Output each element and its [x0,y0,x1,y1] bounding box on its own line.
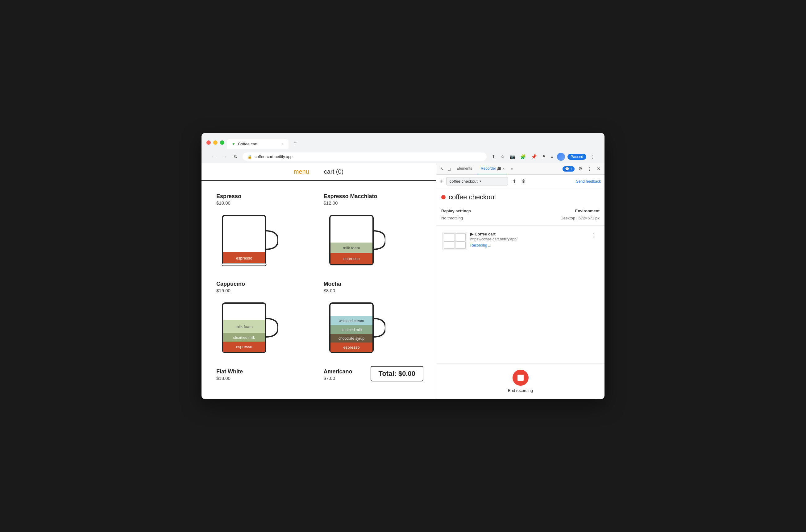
coffee-price-espresso: $10.00 [216,200,231,206]
address-lock-icon: 🔒 [248,155,252,159]
recording-entry: ▶ Coffee cart https://coffee-cart.netlif… [440,229,601,253]
chrome-omnibar: ← → ↻ 🔒 coffee-cart.netlify.app ⬆ ☆ 📷 🧩 … [207,151,599,163]
coffee-name-cappucino: Cappucino [216,281,245,287]
devtools-chat-count: 1 [570,167,572,171]
devtools-right-icons: 💬 1 ⚙ ⋮ ✕ [562,165,602,173]
devtools-panel: ↖ □ Elements Recorder 🎥 × » 💬 1 ⚙ ⋮ ✕ [436,163,604,399]
recording-info: ▶ Coffee cart https://coffee-cart.netlif… [470,232,586,247]
puzzle-btn[interactable]: 📌 [530,153,538,161]
recorder-add-btn[interactable]: + [440,178,444,185]
svg-text:whipped cream: whipped cream [339,319,364,323]
mug-macchiato[interactable]: milk foam espresso [324,209,385,271]
nav-back-btn[interactable]: ← [210,153,217,161]
svg-text:espresso: espresso [236,256,252,261]
svg-text:steamed milk: steamed milk [340,328,363,332]
chrome-tabs-row: ▼ Coffee cart × + [227,137,301,149]
devtools-close-btn[interactable]: ✕ [596,165,602,173]
mug-cappucino[interactable]: milk foam steamed milk espresso [216,297,278,359]
share-btn[interactable]: ⬆ [490,153,497,161]
no-throttling-value: No throttling [441,216,519,220]
coffee-name-macchiato: Espresso Macchiato [324,193,377,200]
avatar[interactable] [557,153,565,161]
coffee-item-cappucino: Cappucino $19.00 milk foam steamed milk [211,276,319,363]
coffee-price-mocha: $8.00 [324,288,335,293]
svg-text:espresso: espresso [343,256,360,261]
recording-title: coffee checkout [449,193,496,201]
nav-menu-link[interactable]: menu [294,168,309,175]
address-text: coffee-cart.netlify.app [254,154,292,159]
recorder-name-text: coffee checkout [449,179,478,184]
traffic-light-yellow[interactable] [213,140,217,145]
devtools-more-tabs-btn[interactable]: » [511,167,513,171]
nav-forward-btn[interactable]: → [221,153,229,161]
nav-reload-btn[interactable]: ↻ [232,152,239,161]
paused-label: Paused [571,155,583,159]
tab-favicon: ▼ [232,142,235,146]
recorder-export-btn[interactable]: ⬆ [511,177,518,186]
coffee-item-mocha: Mocha $8.00 whipped cream steamed milk [319,276,426,363]
chrome-tab-active[interactable]: ▼ Coffee cart × [227,139,289,149]
recording-thumbnail [442,232,467,250]
devtools-mobile-btn[interactable]: □ [446,165,452,173]
coffee-item-americano: Americano $7.00 Total: $0.00 [319,363,426,390]
svg-text:milk foam: milk foam [235,324,253,329]
recording-status[interactable]: Recording ... [470,243,586,247]
coffee-price-americano: $7.00 [324,376,335,381]
recording-header: coffee checkout [436,188,604,204]
devtools-tab-recorder[interactable]: Recorder 🎥 × [477,163,508,174]
tab-close-btn[interactable]: × [282,142,284,146]
devtools-tab-elements[interactable]: Elements [453,163,476,174]
recording-site-name[interactable]: ▶ Coffee cart [470,232,586,236]
recorder-tab-close-btn[interactable]: × [503,167,504,170]
flag-btn[interactable]: ⚑ [541,153,547,161]
browser-content: menu cart (0) Espresso $10.00 [202,163,604,399]
devtools-settings-btn[interactable]: ⚙ [577,165,583,173]
recorder-delete-btn[interactable]: 🗑 [519,177,528,186]
paused-badge[interactable]: Paused [568,154,586,160]
coffee-price-cappucino: $19.00 [216,288,231,293]
chrome-titlebar: ▼ Coffee cart × + ← → ↻ 🔒 coffee-cart.ne… [202,133,604,163]
recorder-name-dropdown[interactable]: coffee checkout ▾ [446,177,508,186]
recording-more-options-btn[interactable]: ⋮ [589,232,598,240]
recording-list: ▶ Coffee cart https://coffee-cart.netlif… [436,226,604,363]
coffee-name-flat-white: Flat White [216,368,243,375]
tab-title: Coffee cart [238,141,257,146]
browser-window: ▼ Coffee cart × + ← → ↻ 🔒 coffee-cart.ne… [202,133,604,399]
recorder-record-icon: 🎥 [497,167,501,171]
mug-espresso[interactable]: espresso [216,209,278,271]
end-recording-btn[interactable] [513,370,529,386]
new-tab-btn[interactable]: + [290,137,301,149]
replay-settings-section: Replay settings Environment No throttlin… [436,204,604,226]
devtools-more-btn[interactable]: ⋮ [586,165,593,173]
devtools-cursor-btn[interactable]: ↖ [439,165,445,173]
devtools-chat-badge[interactable]: 💬 1 [562,166,575,172]
traffic-light-red[interactable] [207,140,211,145]
extension-btn[interactable]: 🧩 [519,153,527,161]
chrome-more-btn[interactable]: ⋮ [589,153,596,161]
end-recording-section: End recording [436,363,604,399]
coffee-name-mocha: Mocha [324,281,341,287]
traffic-lights [207,140,224,145]
screenshot-btn[interactable]: 📷 [508,153,517,161]
replay-settings-label: Replay settings [441,209,519,213]
recorder-action-btns: ⬆ 🗑 [511,177,528,186]
coffee-price-macchiato: $12.00 [324,200,338,206]
svg-text:chocolate syrup: chocolate syrup [338,336,364,341]
svg-text:espresso: espresso [236,344,252,349]
send-feedback-link[interactable]: Send feedback [576,179,601,184]
star-btn[interactable]: ☆ [499,153,506,161]
end-recording-label: End recording [508,388,533,393]
chrome-action-bar: ⬆ ☆ 📷 🧩 📌 ⚑ ≡ Paused ⋮ [490,153,596,161]
recorder-toolbar: + coffee checkout ▾ ⬆ 🗑 Send feedback [436,175,604,188]
recording-status-dot [441,195,446,200]
traffic-light-green[interactable] [220,140,224,145]
list-btn[interactable]: ≡ [550,153,555,160]
nav-cart-link[interactable]: cart (0) [324,168,343,175]
environment-value: Desktop | 672×671 px [522,216,600,220]
chevron-down-icon: ▾ [480,179,481,183]
environment-label: Environment [522,209,600,213]
address-bar[interactable]: 🔒 coffee-cart.netlify.app [243,152,487,161]
stop-icon [517,375,524,381]
svg-text:espresso: espresso [343,345,360,349]
mug-mocha[interactable]: whipped cream steamed milk chocolate syr… [324,297,385,359]
